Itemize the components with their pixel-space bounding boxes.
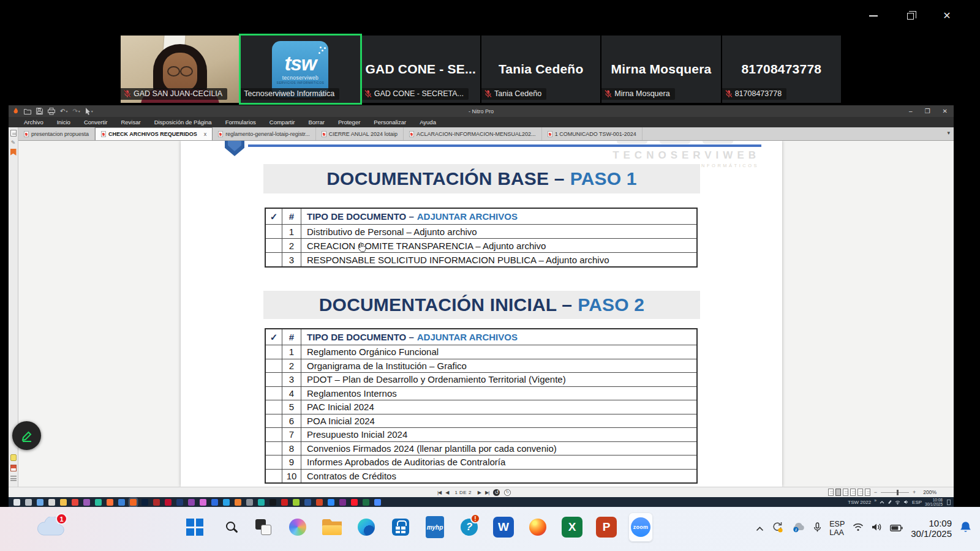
app-blue3-icon[interactable] <box>328 499 334 506</box>
powerpoint-icon[interactable]: P <box>594 512 619 542</box>
wifi-icon[interactable] <box>853 523 864 534</box>
pen-icon[interactable] <box>888 500 892 504</box>
app-pink-icon[interactable] <box>200 499 206 506</box>
clock[interactable]: 10:08 30/1/2025 <box>925 498 943 506</box>
photoshop-icon[interactable] <box>141 499 148 506</box>
check-cell[interactable] <box>266 470 282 483</box>
microphone-icon[interactable] <box>813 522 821 535</box>
search-icon[interactable] <box>25 499 32 506</box>
video-tile[interactable]: 8170847377881708473778 <box>722 36 841 103</box>
clock[interactable]: 10:09 30/1/2025 <box>911 518 952 539</box>
file-explorer-icon[interactable] <box>320 512 344 542</box>
edge-icon[interactable] <box>354 512 379 542</box>
minimize-button[interactable] <box>867 10 880 22</box>
app-blue-icon[interactable] <box>118 499 125 506</box>
menu-item[interactable]: Formularios <box>219 119 263 126</box>
document-tab[interactable]: CHECK ARCHIVOS REQUERIDOSx <box>95 127 213 140</box>
app-gray2-icon[interactable] <box>246 499 253 506</box>
full-width-layout-button[interactable] <box>858 489 863 496</box>
menu-item[interactable]: Personalizar <box>367 119 413 126</box>
overflow-chevron-icon[interactable]: » <box>874 498 876 503</box>
check-cell[interactable] <box>266 373 282 386</box>
print-icon[interactable] <box>48 108 55 115</box>
facing-continuous-layout-button[interactable] <box>850 489 856 496</box>
onedrive-status-icon[interactable]: i <box>791 522 805 535</box>
restore-button[interactable] <box>904 10 916 22</box>
check-cell[interactable] <box>266 428 282 441</box>
language-indicator[interactable]: ESP <box>912 500 922 505</box>
phone-icon[interactable] <box>176 499 183 506</box>
redo-icon[interactable]: ↷▾ <box>72 108 80 114</box>
start-icon[interactable] <box>183 512 207 542</box>
opera-icon[interactable] <box>351 499 358 506</box>
tab-close-button[interactable]: x <box>204 131 207 137</box>
check-cell[interactable] <box>266 400 282 414</box>
copilot-icon[interactable] <box>285 512 310 542</box>
excel-icon[interactable]: X <box>560 512 584 542</box>
rotate-view-button[interactable]: ↺ <box>493 489 500 496</box>
document-tab[interactable]: 1 COMUNICADO TSW-001-2024 <box>542 127 643 140</box>
app-green-icon[interactable] <box>293 499 300 506</box>
document-tab[interactable]: presentacion propuesta <box>18 127 95 140</box>
menu-item[interactable]: Compartir <box>263 119 302 126</box>
app-red-icon[interactable] <box>281 499 288 506</box>
chrome-icon[interactable] <box>72 499 78 506</box>
notification-icon[interactable] <box>947 500 951 505</box>
check-cell[interactable] <box>266 253 282 266</box>
previous-page-button[interactable]: ◀ <box>445 490 448 495</box>
menu-item[interactable]: Archivo <box>17 119 50 126</box>
check-cell[interactable] <box>266 455 282 469</box>
first-page-button[interactable]: |◀ <box>437 490 441 495</box>
check-cell[interactable] <box>266 442 282 455</box>
minimize-button[interactable]: – <box>909 108 913 114</box>
comments-icon[interactable] <box>10 454 17 461</box>
zoom-icon[interactable]: zoom <box>628 512 653 542</box>
check-cell[interactable] <box>266 239 282 252</box>
stamps-icon[interactable] <box>10 465 17 471</box>
save-icon[interactable] <box>36 108 43 114</box>
continuous-layout-button[interactable] <box>835 489 841 496</box>
start-icon[interactable] <box>13 499 20 506</box>
menu-item[interactable]: Revisar <box>114 119 147 126</box>
signature-icon[interactable]: ✎ <box>11 140 16 146</box>
fit-page-layout-button[interactable] <box>865 489 870 496</box>
nitro-pro-icon[interactable] <box>130 499 137 506</box>
menu-item[interactable]: Convertir <box>77 119 115 126</box>
close-button[interactable]: ✕ <box>941 10 953 22</box>
menu-item[interactable]: Proteger <box>331 119 367 126</box>
word-icon[interactable]: W <box>491 512 516 542</box>
zoom-icon[interactable] <box>374 499 381 506</box>
bookmarks-icon[interactable] <box>10 149 17 156</box>
volume-icon[interactable] <box>903 500 909 504</box>
app-violet2-icon[interactable] <box>339 499 346 506</box>
hp-support-icon[interactable]: ?! <box>457 512 481 542</box>
pan-view-button[interactable]: ↻ <box>504 489 511 496</box>
app-azure-icon[interactable] <box>223 499 230 506</box>
menu-item[interactable]: Ayuda <box>413 119 443 126</box>
document-canvas[interactable]: TECNOSERVIWEB SERVICIOS INFORMÁTICOS DOC… <box>19 141 954 487</box>
video-tile[interactable]: Tania CedeñoTania Cedeño <box>481 36 600 103</box>
volume-icon[interactable] <box>872 523 882 534</box>
powerpoint-icon[interactable] <box>316 499 323 506</box>
app-gray-icon[interactable] <box>48 499 55 506</box>
app-maroon-icon[interactable] <box>153 499 160 506</box>
sync-icon[interactable] <box>772 522 783 535</box>
language-indicator[interactable]: ESP LAA <box>829 520 845 537</box>
tab-overflow-chevron-icon[interactable]: ▾ <box>947 130 950 136</box>
battery-icon[interactable] <box>890 523 903 534</box>
app-orange-icon[interactable] <box>235 499 241 506</box>
video-tile[interactable]: GAD SAN JUAN-CECILIA <box>121 36 239 103</box>
search-icon[interactable] <box>217 512 241 542</box>
check-cell[interactable] <box>266 345 282 359</box>
microsoft-store-icon[interactable] <box>388 512 413 542</box>
firefox-icon[interactable] <box>526 512 550 542</box>
nitro-logo-icon[interactable] <box>13 107 19 115</box>
zoom-out-button[interactable]: − <box>874 489 877 495</box>
select-tool-icon[interactable]: ▾ <box>85 108 93 115</box>
check-cell[interactable] <box>266 414 282 428</box>
app-teal-icon[interactable] <box>95 499 102 506</box>
menu-item[interactable]: Borrar <box>302 119 331 126</box>
facing-layout-button[interactable] <box>843 489 848 496</box>
app-teal2-icon[interactable] <box>258 499 265 506</box>
check-cell[interactable] <box>266 225 282 238</box>
